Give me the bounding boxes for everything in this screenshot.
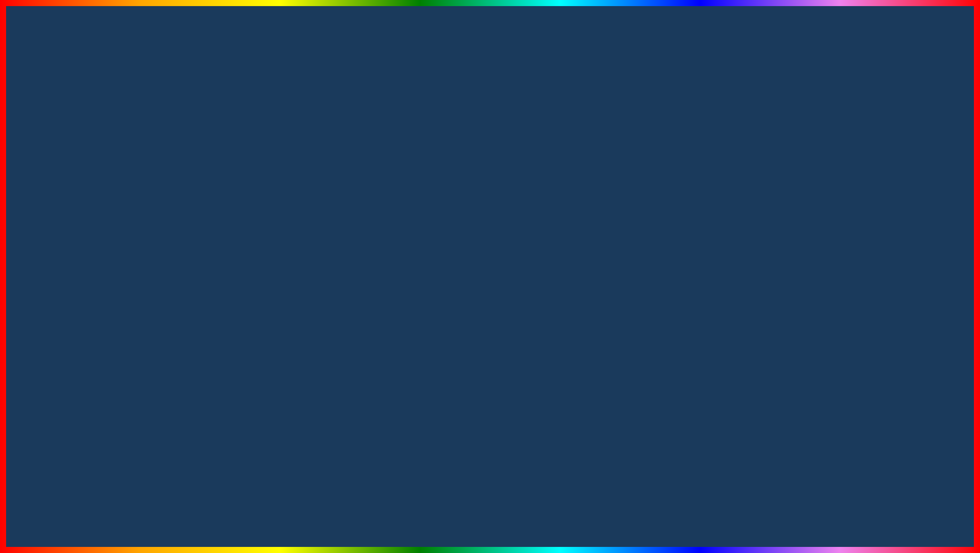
right-sidebar-label-stats: Stats (664, 193, 678, 200)
left-sidebar-label-buyitem: Buy Item (60, 264, 84, 271)
right-username: Sky (665, 311, 680, 317)
right-main-section-title: EPS-Raid (730, 163, 933, 174)
refresh-weapon-btn[interactable]: Refresh Weapon (126, 238, 329, 253)
left-sidebar-label-epsraid: EPS-Raid (60, 250, 87, 257)
right-sidebar-label-main: Main (664, 179, 677, 186)
left-panel-main: Main Select Weapon Electric Claw ▼ Metho… (121, 159, 334, 328)
left-sidebar-item-buyitem[interactable]: 🛒 Buy Item (44, 261, 118, 274)
kill-aura-row: Kill Aura (730, 193, 933, 206)
players-icon: 👤 (48, 221, 57, 229)
right-sidebar-item-setting[interactable]: ⚙️ Setting (648, 275, 723, 288)
title-blox: BLOX (202, 12, 446, 114)
teleport-raidlab-label: Teleport To RaidLab (730, 182, 785, 189)
right-sidebar-label-setting: Setting (664, 278, 683, 285)
auto-raids-label: Auto Raids (730, 237, 760, 244)
left-panel-sidebar: Blox Fruit 🏠 Main 📈 Stats 📍 Teleport 👤 P… (42, 159, 121, 328)
select-weapon-label: Select Weapon (126, 179, 329, 186)
left-sidebar-item-stats[interactable]: 📈 Stats (44, 190, 118, 203)
left-sidebar-item-main[interactable]: 🏠 Main (44, 176, 118, 189)
auto-raids-checkbox[interactable] (925, 236, 933, 245)
raid-dropdown-arrow: ▲ (920, 264, 927, 272)
exclaim: !! (562, 143, 591, 188)
right-sidebar-item-devilfruit[interactable]: 🎯 DevilFruit (648, 232, 723, 246)
auto-next-island-row: Auto Next Island (730, 220, 933, 234)
right-panel-header: Blox Fruit (646, 161, 725, 174)
stats-icon: 📈 (48, 192, 57, 200)
auto-farm-label: Auto Farm (126, 259, 154, 266)
left-main-section-title: Main (126, 163, 329, 174)
weapon-dropdown-arrow: ▼ (316, 192, 323, 200)
right-players-icon: 👤 (652, 221, 661, 229)
left-sidebar-item-devilfruit[interactable]: 🎯 DevilFruit (44, 232, 118, 246)
checkmark-icon: ✓ (321, 259, 327, 267)
redeem-exp-btn[interactable]: Redeem Exp Code (126, 269, 329, 285)
auto-farm-checkbox[interactable]: ✓ (319, 258, 329, 267)
title-container: BLOX FRUITS (0, 10, 980, 115)
title-fruits: FRUITS (463, 12, 778, 114)
auto-next-island-checkbox[interactable] (925, 223, 933, 231)
logo-blox-text: BLOX (862, 475, 885, 484)
left-sidebar-item-setting[interactable]: ⚙️ Setting (44, 275, 118, 288)
left-usertag: #4618 (60, 317, 76, 323)
left-sidebar-item-epsraid[interactable]: ⚔️ EPS-Raid (44, 247, 118, 260)
right-buyitem-icon: 🛒 (652, 263, 661, 271)
auto-awaken-row: Auto Awaken (730, 206, 933, 220)
teleport-icon: 📍 (48, 206, 57, 215)
no-key-text: NO KEY !! (389, 142, 592, 189)
weapon-dropdown[interactable]: Electric Claw ▼ (126, 188, 329, 203)
left-username: Sky (60, 311, 76, 317)
right-sidebar-item-teleport[interactable]: 📍 Teleport (648, 204, 723, 217)
left-sidebar-footer: 🌟 Sky #4618 (42, 308, 120, 326)
auto-next-island-label: Auto Next Island (730, 223, 775, 230)
weapon-value: Electric Claw (132, 192, 167, 199)
left-sidebar-label-setting: Setting (60, 278, 79, 285)
kill-aura-label: Kill Aura (730, 196, 753, 203)
auto-superhuman-row: Auto Superhuman (126, 288, 329, 301)
logo-fruits-text: FRUITS (859, 484, 888, 493)
right-sidebar-label-teleport: Teleport (664, 207, 686, 214)
right-sidebar-item-stats[interactable]: 📈 Stats (648, 190, 723, 203)
left-sidebar-item-teleport[interactable]: 📍 Teleport (44, 204, 118, 217)
right-sidebar-label-buyitem: Buy Item (664, 264, 688, 271)
right-panel-main: EPS-Raid Teleport To RaidLab Kill Aura A… (725, 159, 938, 328)
title-f: FRUIT (463, 12, 720, 114)
kill-aura-checkbox[interactable] (925, 195, 933, 203)
left-sidebar-item-players[interactable]: 👤 Players (44, 218, 118, 231)
right-sidebar-item-main[interactable]: 🏠 Main (648, 176, 723, 189)
left-sidebar-label-stats: Stats (60, 193, 74, 200)
esp-players-checkbox[interactable] (925, 284, 933, 292)
auto-awaken-label: Auto Awaken (730, 210, 766, 217)
blox-fruits-logo-br: 💀 BLOX FRUITS (828, 441, 919, 502)
right-devilfruit-icon: 🎯 (652, 235, 661, 243)
right-home-icon: 🏠 (652, 178, 661, 186)
right-stats-icon: 📈 (652, 192, 661, 200)
devilfruit-icon: 🎯 (48, 235, 57, 243)
right-panel-sidebar: Blox Fruit 🏠 Main 📈 Stats 📍 Teleport 👤 P… (646, 159, 725, 328)
teleport-raidlab-row: Teleport To RaidLab (730, 179, 933, 193)
right-sidebar-label-epsraid: EPS-Raid (664, 250, 691, 257)
right-sidebar-item-players[interactable]: 👤 Players (648, 218, 723, 231)
right-sidebar-item-epsraid[interactable]: ⚔️ EPS-Raid (648, 247, 723, 260)
auto-raids-row: Auto Raids (730, 234, 933, 248)
right-epsraid-icon: ⚔️ (652, 249, 661, 257)
buyitem-icon: 🛒 (48, 263, 57, 271)
auto-superhuman-label: Auto Superhuman (126, 291, 175, 298)
esp-players-label: ESP Players (730, 284, 764, 291)
right-sidebar-item-buyitem[interactable]: 🛒 Buy Item (648, 261, 723, 274)
right-teleport-icon: 📍 (652, 206, 661, 215)
setting-icon: ⚙️ (48, 278, 57, 286)
auto-farm-row: Auto Farm ✓ (126, 256, 329, 269)
right-usertag: #4618 (665, 317, 680, 323)
auto-farm-text: AUTO FARM (154, 479, 455, 538)
teleport-raidlab-checkbox[interactable] (925, 182, 933, 190)
title-s: S (720, 12, 778, 114)
pastebin-text: PASTEBIN (624, 486, 827, 532)
left-panel-header: Blox Fruit (42, 161, 120, 174)
auto-superhuman-checkbox[interactable] (319, 290, 329, 299)
left-avatar: 🌟 (46, 312, 57, 323)
right-setting-icon: ⚙️ (652, 278, 661, 286)
select-raid-dropdown[interactable]: ... ▲ (730, 261, 933, 276)
right-sidebar-label-players: Players (664, 221, 684, 228)
method-dropdown[interactable]: Level [Quest] ▲ (126, 218, 329, 233)
auto-awaken-checkbox[interactable] (925, 209, 933, 217)
